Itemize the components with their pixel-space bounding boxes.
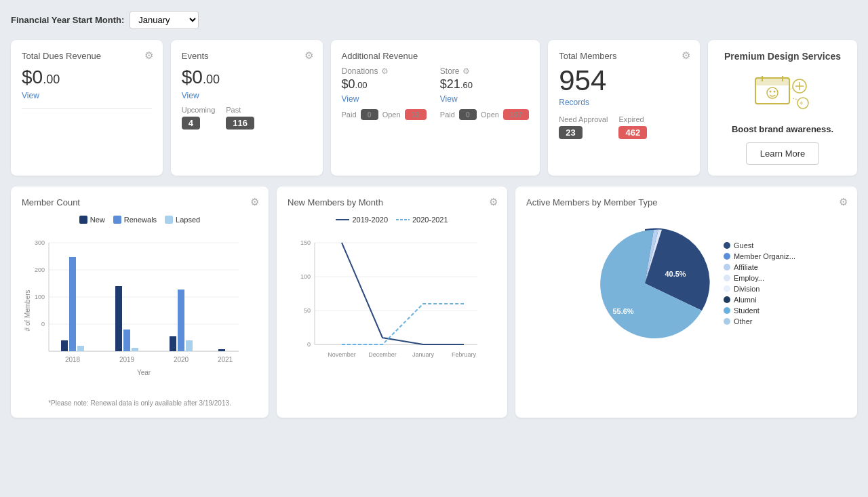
total-dues-amount: $0.00 bbox=[22, 66, 152, 88]
svg-text:2020: 2020 bbox=[174, 356, 189, 363]
legend-2019-label: 2019-2020 bbox=[352, 216, 388, 224]
bar-2018-new bbox=[61, 340, 68, 351]
bar-2021-new bbox=[218, 349, 225, 351]
legend-affiliate-label: Affiliate bbox=[734, 263, 758, 271]
new-members-chart-title: New Members by Month bbox=[288, 197, 496, 207]
legend-student-dot bbox=[724, 307, 730, 314]
store-view-link[interactable]: View bbox=[440, 94, 529, 104]
legend-member-org: Member Organiz... bbox=[724, 252, 795, 260]
legend-student: Student bbox=[724, 306, 795, 315]
legend-new-dot bbox=[79, 216, 87, 224]
legend-alumni-dot bbox=[724, 296, 730, 303]
donations-view-link[interactable]: View bbox=[342, 94, 427, 104]
member-count-chart-title: Member Count bbox=[22, 197, 258, 207]
svg-point-5 bbox=[770, 91, 772, 93]
total-members-records-link[interactable]: Records bbox=[559, 98, 689, 107]
fiscal-year-label: Financial Year Start Month: bbox=[11, 15, 124, 25]
bar-2018-renewals bbox=[69, 257, 76, 351]
svg-rect-1 bbox=[755, 78, 789, 85]
bar-2019-new bbox=[115, 286, 122, 351]
expired-col: Expired 462 bbox=[618, 115, 647, 139]
total-members-count: 954 bbox=[559, 66, 689, 95]
svg-text:2021: 2021 bbox=[218, 356, 233, 363]
events-title: Events bbox=[182, 51, 312, 61]
premium-design-tagline: Boost brand awareness. bbox=[732, 124, 833, 134]
donations-paid-badge: 0 bbox=[361, 109, 378, 120]
donations-paid-label: Paid bbox=[342, 111, 357, 119]
events-view-link[interactable]: View bbox=[182, 91, 312, 100]
svg-text:55.6%: 55.6% bbox=[612, 307, 633, 315]
top-bar: Financial Year Start Month: January Febr… bbox=[11, 11, 857, 29]
store-paid-badge: 0 bbox=[459, 109, 477, 120]
member-count-gear-icon[interactable]: ⚙ bbox=[250, 196, 259, 208]
svg-text:150: 150 bbox=[300, 239, 311, 246]
svg-text:0: 0 bbox=[307, 341, 311, 348]
additional-revenue-title: Additional Revenue bbox=[342, 51, 530, 61]
member-count-footer-note: *Please note: Renewal data is only avail… bbox=[22, 399, 258, 407]
need-approval-badge: 23 bbox=[559, 126, 582, 139]
donations-open-badge: 12 bbox=[405, 109, 427, 120]
legend-employ: Employ... bbox=[724, 274, 795, 282]
events-counts-row: Upcoming 4 Past 116 bbox=[182, 106, 312, 130]
upcoming-col: Upcoming 4 bbox=[182, 106, 216, 130]
store-section: Store ⚙ $21.60 View Paid 0 Open 107 bbox=[440, 66, 529, 120]
need-approval-label: Need Approval bbox=[559, 115, 608, 123]
events-gear-icon[interactable]: ⚙ bbox=[304, 49, 313, 62]
legend-2020-label: 2020-2021 bbox=[412, 216, 448, 224]
total-dues-gear-icon[interactable]: ⚙ bbox=[144, 49, 153, 62]
legend-lapsed: Lapsed bbox=[165, 216, 200, 224]
charts-row: Member Count ⚙ New Renewals Lapsed # of … bbox=[11, 186, 857, 418]
learn-more-button[interactable]: Learn More bbox=[746, 142, 819, 165]
store-gear-icon[interactable]: ⚙ bbox=[462, 66, 470, 76]
member-count-svg: # of Members 300 200 100 0 bbox=[22, 229, 252, 392]
line-2020 bbox=[342, 304, 464, 344]
bar-2019-renewals bbox=[123, 330, 130, 351]
expired-badge: 462 bbox=[618, 126, 647, 139]
members-counts-row: Need Approval 23 Expired 462 bbox=[559, 115, 689, 139]
svg-text:100: 100 bbox=[300, 273, 311, 280]
svg-text:200: 200 bbox=[35, 266, 45, 273]
legend-employ-label: Employ... bbox=[734, 274, 764, 282]
legend-student-label: Student bbox=[734, 306, 760, 315]
svg-text:# of Members: # of Members bbox=[24, 290, 31, 331]
legend-guest-dot bbox=[724, 242, 730, 249]
legend-new-label: New bbox=[90, 216, 105, 224]
legend-other: Other bbox=[724, 317, 795, 325]
bar-2020-lapsed bbox=[186, 340, 193, 351]
svg-text:Year: Year bbox=[137, 369, 151, 376]
store-amount: $21.60 bbox=[440, 77, 529, 92]
legend-other-label: Other bbox=[734, 317, 753, 325]
legend-affiliate-dot bbox=[724, 264, 730, 271]
svg-text:2019: 2019 bbox=[119, 356, 135, 363]
additional-revenue-inner: Donations ⚙ $0.00 View Paid 0 Open 12 St… bbox=[342, 66, 530, 120]
total-dues-view-link[interactable]: View bbox=[22, 91, 152, 100]
bar-2020-new bbox=[170, 336, 176, 351]
store-paid-label: Paid bbox=[440, 111, 455, 119]
svg-text:November: November bbox=[328, 351, 356, 358]
svg-text:100: 100 bbox=[35, 294, 45, 300]
total-members-gear-icon[interactable]: ⚙ bbox=[682, 49, 690, 62]
svg-text:50: 50 bbox=[304, 307, 311, 314]
new-members-svg: 150 100 50 0 November December January F… bbox=[288, 229, 491, 385]
donations-gear-icon[interactable]: ⚙ bbox=[381, 66, 389, 76]
legend-2019: 2019-2020 bbox=[336, 216, 388, 224]
new-members-legend: 2019-2020 2020-2021 bbox=[288, 216, 496, 224]
svg-text:February: February bbox=[452, 351, 477, 358]
active-members-gear-icon[interactable]: ⚙ bbox=[839, 196, 848, 208]
fiscal-year-select[interactable]: January February March April May June Ju… bbox=[130, 11, 199, 29]
store-paid-open: Paid 0 Open 107 bbox=[440, 109, 529, 120]
legend-renewals-dot bbox=[113, 216, 121, 224]
premium-design-card: Premium Design Services bbox=[708, 40, 857, 176]
member-count-legend: New Renewals Lapsed bbox=[22, 216, 258, 224]
svg-line-12 bbox=[793, 98, 798, 100]
total-dues-revenue-title: Total Dues Revenue bbox=[22, 51, 152, 61]
donations-label: Donations bbox=[342, 66, 378, 76]
premium-design-title: Premium Design Services bbox=[724, 51, 841, 62]
past-label: Past bbox=[226, 106, 254, 114]
donations-header: Donations ⚙ bbox=[342, 66, 427, 76]
donations-open-label: Open bbox=[382, 111, 401, 119]
new-members-gear-icon[interactable]: ⚙ bbox=[489, 196, 498, 208]
svg-text:January: January bbox=[412, 351, 435, 358]
need-approval-col: Need Approval 23 bbox=[559, 115, 608, 139]
legend-guest-label: Guest bbox=[734, 241, 753, 250]
